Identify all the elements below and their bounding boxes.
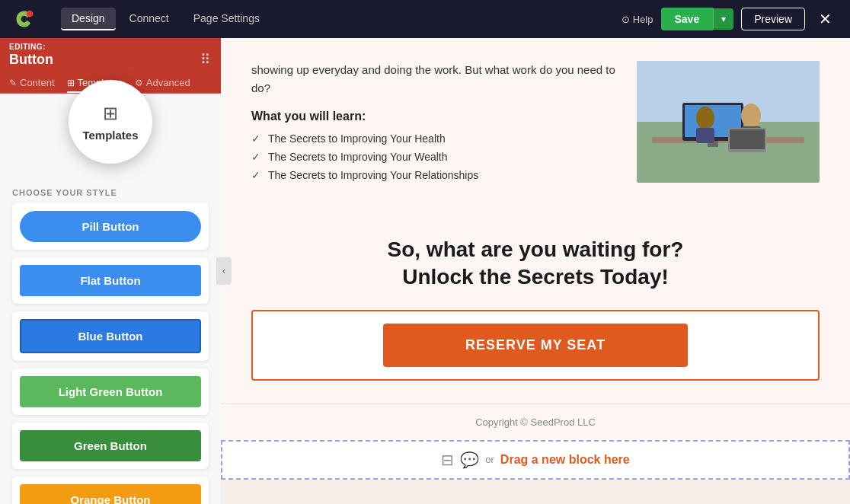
left-panel: EDITING: Button ⠿ ✎ Content ⊞ Templates … (0, 38, 221, 504)
template-blue-button-card[interactable]: Blue Button (12, 311, 209, 361)
cta-heading-line1: So, what are you waiting for? (388, 238, 684, 261)
main-area: EDITING: Button ⠿ ✎ Content ⊞ Templates … (0, 38, 850, 504)
svg-rect-12 (730, 129, 765, 149)
template-flat-button-card[interactable]: Flat Button (12, 257, 209, 304)
cta-section: So, what are you waiting for? Unlock the… (221, 206, 850, 404)
list-item: ✓ The Secrets to Improving Your Wealth (251, 151, 622, 163)
template-pill-button[interactable]: Pill Button (20, 211, 201, 242)
templates-circle: ⊞ Templates (69, 80, 152, 164)
preview-button[interactable]: Preview (741, 8, 805, 30)
tab-content[interactable]: ✎ Content (9, 74, 55, 93)
save-button[interactable]: Save (661, 8, 714, 30)
nav-tab-page-settings[interactable]: Page Settings (183, 8, 270, 30)
templates-circle-label: Templates (82, 129, 138, 142)
nav-right-actions: ⊙ Help Save ▾ Preview ✕ (622, 7, 838, 31)
content-layout: showing up everyday and doing the work. … (251, 61, 820, 183)
content-image-col (622, 61, 820, 183)
cta-button-wrapper: RESERVE MY SEAT (251, 310, 820, 381)
pencil-icon: ✎ (9, 78, 17, 88)
list-item: ✓ The Secrets to Improving Your Health (251, 132, 622, 145)
table-cols-icon: ⊟ (441, 451, 454, 469)
editing-element: Button (9, 52, 53, 68)
footer-text: Copyright © SeedProd LLC (233, 416, 838, 428)
check-icon-3: ✓ (251, 169, 260, 181)
logo (12, 7, 37, 31)
content-text-col: showing up everyday and doing the work. … (251, 61, 622, 183)
cta-heading: So, what are you waiting for? Unlock the… (251, 236, 820, 292)
image-scene (637, 61, 820, 183)
content-section: showing up everyday and doing the work. … (221, 38, 850, 206)
editing-prefix: EDITING: (9, 43, 46, 51)
check-icon-1: ✓ (251, 132, 260, 145)
dots-menu-button[interactable]: ⠿ (200, 51, 212, 68)
templates-circle-inner: ⊞ Templates (69, 80, 152, 164)
close-button[interactable]: ✕ (813, 7, 838, 31)
drag-link[interactable]: Drag a new block here (500, 453, 630, 467)
content-paragraph: showing up everyday and doing the work. … (251, 61, 622, 97)
nav-tab-connect[interactable]: Connect (119, 8, 180, 30)
svg-point-7 (696, 107, 714, 129)
svg-point-9 (741, 104, 761, 128)
editing-header: EDITING: Button ⠿ (0, 38, 221, 74)
checklist-item-1: The Secrets to Improving Your Health (268, 132, 446, 145)
drag-new-block-bar[interactable]: ⊟ 💬 or Drag a new block here (221, 440, 850, 480)
cta-button[interactable]: RESERVE MY SEAT (383, 324, 688, 367)
save-button-group: Save ▾ (661, 8, 734, 30)
template-orange-button-card[interactable]: Orange Button (12, 477, 209, 504)
template-green-button-card[interactable]: Green Button (12, 423, 209, 469)
template-orange-button[interactable]: Orange Button (20, 484, 201, 504)
comment-icon: 💬 (460, 451, 479, 469)
template-green-button[interactable]: Green Button (20, 430, 201, 461)
section-title: CHOOSE YOUR STYLE (0, 177, 221, 203)
checklist-item-3: The Secrets to Improving Your Relationsh… (268, 169, 478, 181)
templates-circle-icon: ⊞ (103, 103, 118, 124)
content-image (637, 61, 820, 183)
checklist: ✓ The Secrets to Improving Your Health ✓… (251, 132, 622, 181)
help-button[interactable]: ⊙ Help (622, 14, 653, 25)
footer-section: Copyright © SeedProd LLC (221, 404, 850, 440)
svg-point-0 (27, 11, 34, 18)
nav-tabs: Design Connect Page Settings (61, 8, 603, 30)
button-template-list: Pill Button Flat Button Blue Button Ligh… (0, 203, 221, 504)
template-blue-button[interactable]: Blue Button (20, 319, 201, 353)
right-canvas: showing up everyday and doing the work. … (221, 38, 850, 504)
nav-tab-design[interactable]: Design (61, 8, 116, 30)
learn-heading: What you will learn: (251, 110, 622, 123)
top-navigation: Design Connect Page Settings ⊙ Help Save… (0, 0, 850, 38)
collapse-panel-button[interactable]: ‹ (216, 257, 232, 285)
list-item: ✓ The Secrets to Improving Your Relation… (251, 169, 622, 181)
help-label: Help (633, 14, 653, 25)
checklist-item-2: The Secrets to Improving Your Wealth (268, 151, 448, 163)
drag-or-text: or (485, 454, 494, 465)
check-icon-2: ✓ (251, 151, 260, 163)
editing-label: EDITING: (9, 43, 212, 51)
template-light-green-button-card[interactable]: Light Green Button (12, 368, 209, 415)
template-pill-button-card[interactable]: Pill Button (12, 203, 209, 250)
save-dropdown-button[interactable]: ▾ (713, 8, 733, 30)
cta-heading-line2: Unlock the Secrets Today! (402, 265, 669, 289)
svg-rect-8 (696, 128, 714, 143)
template-flat-button[interactable]: Flat Button (20, 265, 201, 296)
template-light-green-button[interactable]: Light Green Button (20, 376, 201, 407)
question-icon: ⊙ (622, 14, 630, 25)
